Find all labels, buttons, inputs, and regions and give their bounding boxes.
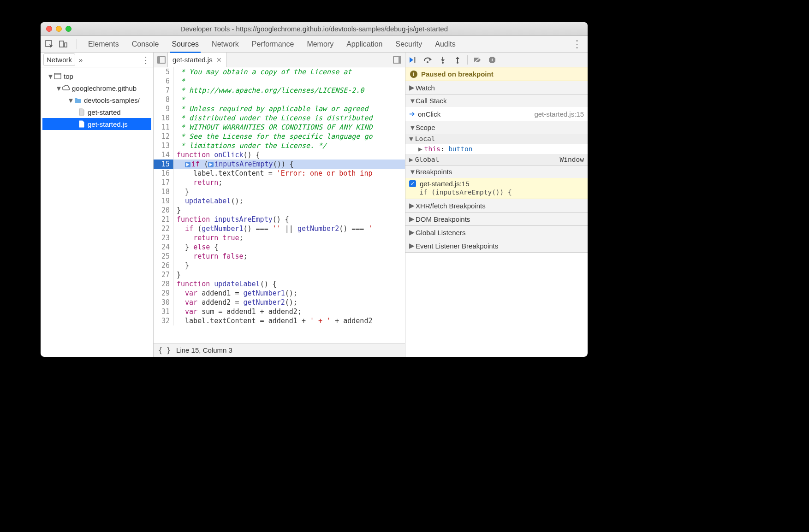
tab-console[interactable]: Console [125,36,166,53]
gutter[interactable]: 26 [154,261,174,270]
gutter[interactable]: 32 [154,316,174,325]
tree-folder[interactable]: ▼devtools-samples/ [42,94,151,106]
gutter[interactable]: 8 [154,95,174,104]
code-line[interactable]: 27} [154,270,405,279]
gutter[interactable]: 9 [154,104,174,113]
tree-file-js[interactable]: get-started.js [42,118,151,130]
tab-audits[interactable]: Audits [428,36,462,53]
code-line[interactable]: 31 var sum = addend1 + addend2; [154,307,405,316]
more-menu-icon[interactable]: ⋮ [570,41,584,47]
dom-breakpoints-section[interactable]: ▶DOM Breakpoints [405,213,588,226]
code-line[interactable]: 11 * WITHOUT WARRANTIES OR CONDITIONS OF… [154,123,405,132]
code-line[interactable]: 15 if (inputsAreEmpty()) { [154,160,405,169]
navigator-overflow-icon[interactable]: » [79,56,83,64]
navigator-more-icon[interactable]: ⋮ [141,54,150,65]
resume-icon[interactable] [408,55,418,65]
code-line[interactable]: 32 label.textContent = addend1 + ' + ' +… [154,316,405,325]
code-line[interactable]: 17 return; [154,178,405,187]
close-icon[interactable] [46,26,52,32]
gutter[interactable]: 16 [154,169,174,178]
code-line[interactable]: 8 * [154,95,405,104]
gutter[interactable]: 13 [154,141,174,150]
code-line[interactable]: 25 return false; [154,252,405,261]
gutter[interactable]: 11 [154,123,174,132]
close-tab-icon[interactable]: ✕ [216,56,222,64]
code-line[interactable]: 30 var addend2 = getNumber2(); [154,298,405,307]
gutter[interactable]: 6 [154,77,174,86]
device-mode-icon[interactable] [58,39,68,49]
global-listeners-section[interactable]: ▶Global Listeners [405,226,588,239]
deactivate-breakpoints-icon[interactable] [472,55,482,65]
minimize-icon[interactable] [56,26,62,32]
gutter[interactable]: 23 [154,233,174,242]
tree-top[interactable]: ▼top [42,70,151,82]
code-line[interactable]: 23 return true; [154,233,405,242]
code-line[interactable]: 7 * http://www.apache.org/licenses/LICEN… [154,86,405,95]
gutter[interactable]: 12 [154,132,174,141]
gutter[interactable]: 14 [154,150,174,160]
gutter[interactable]: 28 [154,279,174,289]
zoom-icon[interactable] [65,26,71,32]
code-line[interactable]: 18 } [154,187,405,196]
code-line[interactable]: 19 updateLabel(); [154,196,405,206]
watch-section[interactable]: ▶Watch [405,81,588,95]
tab-performance[interactable]: Performance [245,36,301,53]
scope-local[interactable]: ▼Local [405,134,588,144]
code-line[interactable]: 10 * distributed under the License is di… [154,113,405,123]
tab-security[interactable]: Security [389,36,428,53]
step-into-icon[interactable] [438,55,448,65]
toggle-debugger-icon[interactable] [391,54,403,66]
gutter[interactable]: 31 [154,307,174,316]
pause-on-exceptions-icon[interactable] [487,55,497,65]
code-line[interactable]: 9 * Unless required by applicable law or… [154,104,405,113]
gutter[interactable]: 27 [154,270,174,279]
tab-application[interactable]: Application [340,36,389,53]
gutter[interactable]: 18 [154,187,174,196]
code-line[interactable]: 6 * [154,77,405,86]
gutter[interactable]: 7 [154,86,174,95]
code-line[interactable]: 29 var addend1 = getNumber1(); [154,289,405,298]
code-line[interactable]: 24 } else { [154,242,405,252]
scope-header[interactable]: ▼Scope [405,121,588,134]
callstack-frame[interactable]: ➔ onClick get-started.js:15 [405,107,588,121]
callstack-header[interactable]: ▼Call Stack [405,95,588,107]
tab-sources[interactable]: Sources [165,36,205,53]
xhr-breakpoints-section[interactable]: ▶XHR/fetch Breakpoints [405,199,588,213]
breakpoint-item[interactable]: ✓ get-started.js:15 [405,178,588,189]
tree-file-html[interactable]: get-started [42,106,151,118]
code-line[interactable]: 26 } [154,261,405,270]
navigator-tab-network[interactable]: Network [43,53,75,66]
step-over-icon[interactable] [423,55,433,65]
code-editor[interactable]: 5 * You may obtain a copy of the License… [154,67,405,343]
tab-network[interactable]: Network [205,36,245,53]
gutter[interactable]: 20 [154,206,174,215]
gutter[interactable]: 5 [154,67,174,77]
scope-this[interactable]: ▶this: button [405,144,588,154]
code-line[interactable]: 5 * You may obtain a copy of the License… [154,67,405,77]
toggle-navigator-icon[interactable] [155,54,167,66]
tab-elements[interactable]: Elements [82,36,125,53]
gutter[interactable]: 17 [154,178,174,187]
editor-tab[interactable]: get-started.js✕ [167,53,227,67]
code-line[interactable]: 14function onClick() { [154,150,405,160]
code-line[interactable]: 13 * limitations under the License. */ [154,141,405,150]
gutter[interactable]: 21 [154,215,174,224]
code-line[interactable]: 21function inputsAreEmpty() { [154,215,405,224]
tree-domain[interactable]: ▼googlechrome.github [42,82,151,94]
scope-global[interactable]: ▶GlobalWindow [405,154,588,165]
tab-memory[interactable]: Memory [300,36,340,53]
breakpoint-checkbox[interactable]: ✓ [409,180,416,187]
gutter[interactable]: 19 [154,196,174,206]
gutter[interactable]: 22 [154,224,174,233]
gutter[interactable]: 24 [154,242,174,252]
gutter[interactable]: 25 [154,252,174,261]
code-line[interactable]: 20} [154,206,405,215]
inspect-icon[interactable] [44,39,54,49]
gutter[interactable]: 30 [154,298,174,307]
step-out-icon[interactable] [452,55,463,65]
code-line[interactable]: 16 label.textContent = 'Error: one or bo… [154,169,405,178]
gutter[interactable]: 15 [154,160,174,169]
gutter[interactable]: 29 [154,289,174,298]
event-listener-breakpoints-section[interactable]: ▶Event Listener Breakpoints [405,239,588,253]
code-line[interactable]: 28function updateLabel() { [154,279,405,289]
